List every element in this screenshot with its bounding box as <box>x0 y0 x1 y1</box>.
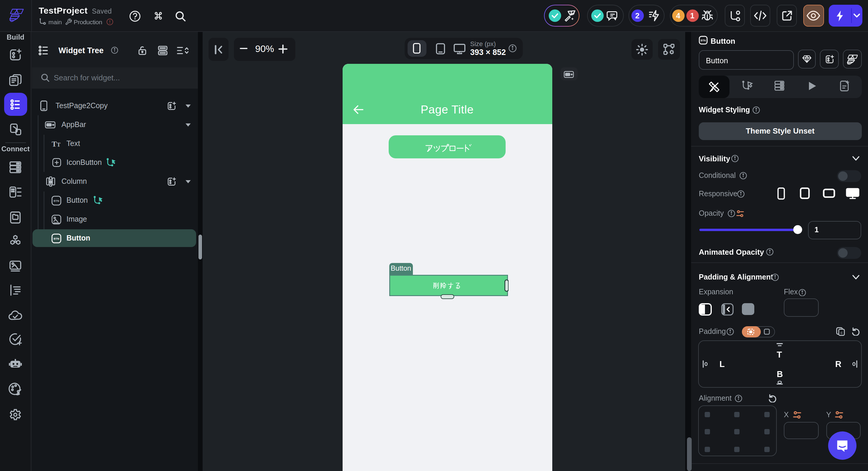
svg-text:BTN: BTN <box>53 237 59 240</box>
svg-text:BTN: BTN <box>700 39 706 42</box>
svg-text:BTN: BTN <box>53 199 59 202</box>
svg-text:c: c <box>840 330 843 334</box>
